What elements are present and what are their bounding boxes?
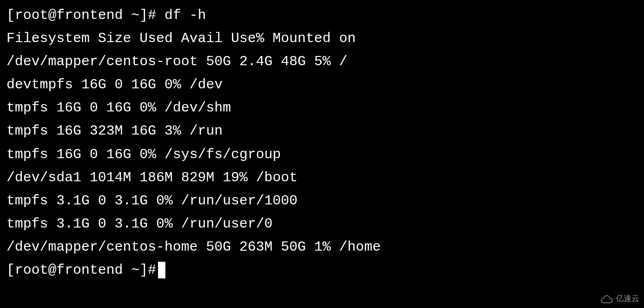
watermark-text: 亿速云 <box>616 292 639 305</box>
df-row: devtmpfs 16G 0 16G 0% /dev <box>6 73 638 96</box>
df-header-row: Filesystem Size Used Avail Use% Mounted … <box>6 27 638 50</box>
df-row: /dev/sda1 1014M 186M 829M 19% /boot <box>6 166 638 189</box>
df-row: /dev/mapper/centos-home 50G 263M 50G 1% … <box>6 235 638 259</box>
watermark: 亿速云 <box>600 292 639 305</box>
df-row: tmpfs 3.1G 0 3.1G 0% /run/user/1000 <box>6 189 638 212</box>
idle-prompt[interactable]: [root@frontend ~]# <box>6 259 638 282</box>
cloud-icon <box>600 295 613 303</box>
prompt-with-command: [root@frontend ~]# df -h <box>6 4 638 27</box>
cursor <box>158 262 165 278</box>
df-row: tmpfs 16G 0 16G 0% /sys/fs/cgroup <box>6 143 638 166</box>
df-row: /dev/mapper/centos-root 50G 2.4G 48G 5% … <box>6 50 638 73</box>
df-row: tmpfs 16G 323M 16G 3% /run <box>6 119 638 142</box>
prompt-text: [root@frontend ~]# <box>6 259 156 282</box>
df-row: tmpfs 16G 0 16G 0% /dev/shm <box>6 96 638 119</box>
df-row: tmpfs 3.1G 0 3.1G 0% /run/user/0 <box>6 212 638 235</box>
